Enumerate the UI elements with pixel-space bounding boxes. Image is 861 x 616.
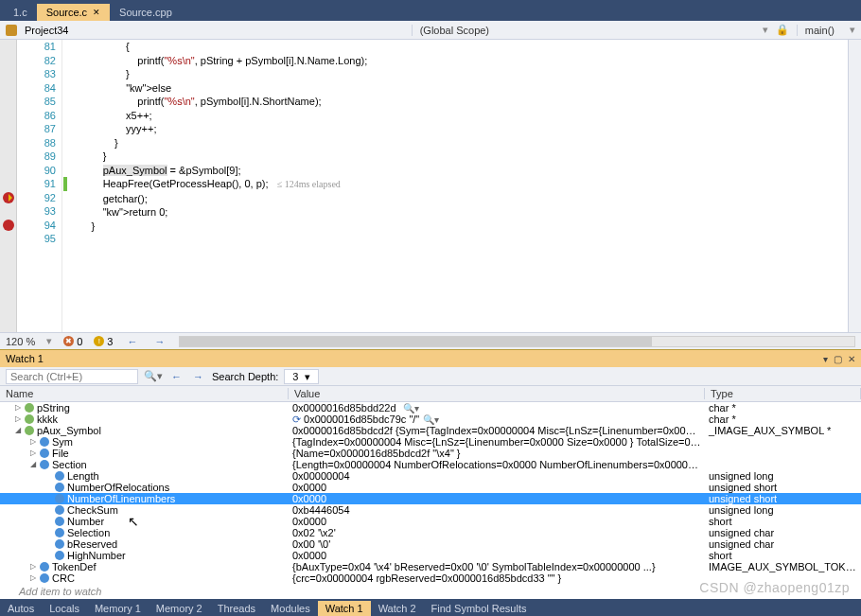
- visualizer-icon[interactable]: 🔍▾: [419, 414, 439, 425]
- file-tabbar: 1.cSource.c✕Source.cpp: [0, 0, 861, 21]
- var-value[interactable]: 0x0000: [289, 516, 705, 527]
- breakpoint-icon[interactable]: [3, 220, 14, 231]
- var-value[interactable]: {Length=0x00000004 NumberOfRelocations=0…: [289, 459, 705, 470]
- mouse-cursor-icon: ↖: [128, 514, 139, 529]
- nav-back-icon[interactable]: ←: [124, 336, 140, 347]
- watch-row[interactable]: Length0x00000004unsigned long: [0, 470, 861, 482]
- search-icon[interactable]: 🔍▾: [144, 370, 163, 382]
- panel-pin-icon[interactable]: ▢: [834, 354, 842, 364]
- var-name: Sym: [52, 436, 73, 448]
- file-tab[interactable]: Source.c✕: [37, 4, 110, 21]
- var-value[interactable]: ⟳ 0x0000016d85bdc79c "/"🔍▾: [289, 414, 705, 426]
- tool-tab[interactable]: Find Symbol Results: [424, 601, 535, 616]
- current-line-breakpoint-icon[interactable]: [3, 192, 14, 203]
- col-header-name[interactable]: Name: [0, 388, 289, 399]
- expander-icon[interactable]: ▷: [28, 563, 37, 572]
- expander-icon[interactable]: ▷: [28, 438, 37, 447]
- var-value[interactable]: 0x0000: [289, 482, 705, 493]
- var-value[interactable]: 0x0000016d85bdcd2f {Sym={TagIndex=0x0000…: [289, 425, 705, 436]
- tab-close-icon[interactable]: ✕: [93, 8, 100, 17]
- var-value[interactable]: {Name=0x0000016d85bdcd2f "\x4" }: [289, 448, 705, 459]
- project-name[interactable]: Project34: [25, 25, 68, 36]
- expander-icon[interactable]: ▷: [28, 449, 37, 458]
- expander-icon[interactable]: ▷: [13, 415, 22, 424]
- vertical-scrollbar[interactable]: [848, 40, 861, 332]
- watch-row[interactable]: bReserved0x00 '\0'unsigned char: [0, 538, 861, 550]
- panel-dropdown-icon[interactable]: ▾: [823, 354, 828, 364]
- tool-tab[interactable]: Memory 1: [87, 601, 149, 616]
- expander-icon[interactable]: [44, 472, 52, 481]
- watch-row[interactable]: ▷TokenDef{bAuxType=0x04 '\x4' bReserved=…: [0, 561, 861, 572]
- search-next-icon[interactable]: →: [190, 371, 206, 382]
- var-value[interactable]: {crc=0x00000004 rgbReserved=0x0000016d85…: [289, 572, 705, 584]
- breakpoint-gutter[interactable]: [0, 40, 17, 332]
- visualizer-icon[interactable]: 🔍▾: [399, 403, 419, 414]
- expander-icon[interactable]: [44, 495, 52, 503]
- code-editor[interactable]: 818283848586878889909192939495 { printf(…: [0, 40, 861, 332]
- tool-tab[interactable]: Autos: [0, 601, 42, 616]
- add-watch-item[interactable]: Add item to watch: [0, 584, 861, 599]
- col-header-value[interactable]: Value: [289, 388, 705, 399]
- watch-row[interactable]: NumberOfLinenumbers0x0000unsigned short: [0, 493, 861, 504]
- file-tab[interactable]: 1.c: [4, 4, 37, 21]
- expander-icon[interactable]: [44, 552, 52, 560]
- var-type: unsigned short: [705, 493, 861, 504]
- tool-tab[interactable]: Watch 2: [371, 601, 424, 616]
- col-header-type[interactable]: Type: [705, 388, 861, 399]
- nav-fwd-icon[interactable]: →: [151, 336, 167, 347]
- warning-count[interactable]: !3: [94, 336, 113, 347]
- expander-icon[interactable]: ▷: [13, 404, 22, 413]
- var-type: _IMAGE_AUX_SYMBOL *: [705, 425, 861, 436]
- watch-row[interactable]: ◢Section{Length=0x00000004 NumberOfReloc…: [0, 459, 861, 470]
- variable-icon: [40, 460, 49, 469]
- watch-row[interactable]: ▷pString0x0000016d85bdd22d 🔍▾char *: [0, 402, 861, 414]
- watch-panel-titlebar[interactable]: Watch 1 ▾ ▢ ✕: [0, 350, 861, 367]
- search-prev-icon[interactable]: ←: [168, 371, 184, 382]
- var-value[interactable]: 0x00 '\0': [289, 538, 705, 550]
- tool-tab[interactable]: Threads: [210, 601, 263, 616]
- tool-tab[interactable]: Watch 1: [318, 601, 371, 616]
- expander-icon[interactable]: [44, 506, 52, 515]
- error-count[interactable]: ✖0: [63, 336, 82, 347]
- file-tab[interactable]: Source.cpp: [110, 4, 182, 21]
- zoom-level[interactable]: 120 %: [6, 336, 35, 347]
- code-area[interactable]: { printf("%s\n", pString + pSymbol[i].N.…: [68, 40, 848, 332]
- search-depth-value[interactable]: 3 ▾: [284, 369, 318, 384]
- watch-row[interactable]: NumberOfRelocations0x0000unsigned short: [0, 482, 861, 493]
- watch-row[interactable]: ◢pAux_Symbol0x0000016d85bdcd2f {Sym={Tag…: [0, 425, 861, 436]
- watch-row[interactable]: ▷CRC{crc=0x00000004 rgbReserved=0x000001…: [0, 572, 861, 584]
- expander-icon[interactable]: [44, 540, 52, 549]
- watch-panel-title: Watch 1: [6, 353, 44, 364]
- var-value[interactable]: {bAuxType=0x04 '\x4' bReserved=0x00 '\0'…: [289, 561, 705, 572]
- watch-row[interactable]: HighNumber0x0000short: [0, 550, 861, 561]
- function-dropdown[interactable]: main(): [797, 25, 842, 36]
- watch-row[interactable]: ▷File{Name=0x0000016d85bdcd2f "\x4" }: [0, 448, 861, 459]
- panel-close-icon[interactable]: ✕: [848, 354, 855, 364]
- horizontal-scrollbar[interactable]: [179, 336, 855, 347]
- watch-row[interactable]: ▷Sym{TagIndex=0x00000004 Misc={LnSz={Lin…: [0, 436, 861, 448]
- editor-status-strip: 120 %▾ ✖0 !3 ← →: [0, 332, 861, 349]
- var-value[interactable]: {TagIndex=0x00000004 Misc={LnSz={Linenum…: [289, 436, 705, 448]
- watch-grid-header[interactable]: Name Value Type: [0, 386, 861, 402]
- var-value[interactable]: 0x02 '\x2': [289, 527, 705, 538]
- watch-row[interactable]: ▷kkkk⟳ 0x0000016d85bdc79c "/"🔍▾char *: [0, 414, 861, 425]
- tool-tab[interactable]: Locals: [42, 601, 87, 616]
- var-value[interactable]: 0x0000: [289, 550, 705, 561]
- var-name: pString: [37, 402, 70, 414]
- expander-icon[interactable]: [44, 484, 52, 492]
- var-value[interactable]: 0x0000: [289, 493, 705, 504]
- scope-dropdown[interactable]: (Global Scope): [412, 25, 755, 36]
- var-value[interactable]: 0xb4446054: [289, 504, 705, 516]
- variable-icon: [25, 426, 34, 435]
- tool-tab[interactable]: Memory 2: [149, 601, 210, 616]
- search-depth-label: Search Depth:: [212, 371, 278, 382]
- expander-icon[interactable]: ◢: [28, 461, 37, 469]
- tool-tab[interactable]: Modules: [263, 601, 318, 616]
- expander-icon[interactable]: [44, 518, 52, 526]
- expander-icon[interactable]: [44, 529, 52, 537]
- watch-search-input[interactable]: [6, 369, 138, 384]
- expander-icon[interactable]: ◢: [13, 427, 22, 435]
- expander-icon[interactable]: ▷: [28, 574, 37, 583]
- var-value[interactable]: 0x00000004: [289, 470, 705, 482]
- refresh-icon[interactable]: ⟳: [292, 414, 301, 425]
